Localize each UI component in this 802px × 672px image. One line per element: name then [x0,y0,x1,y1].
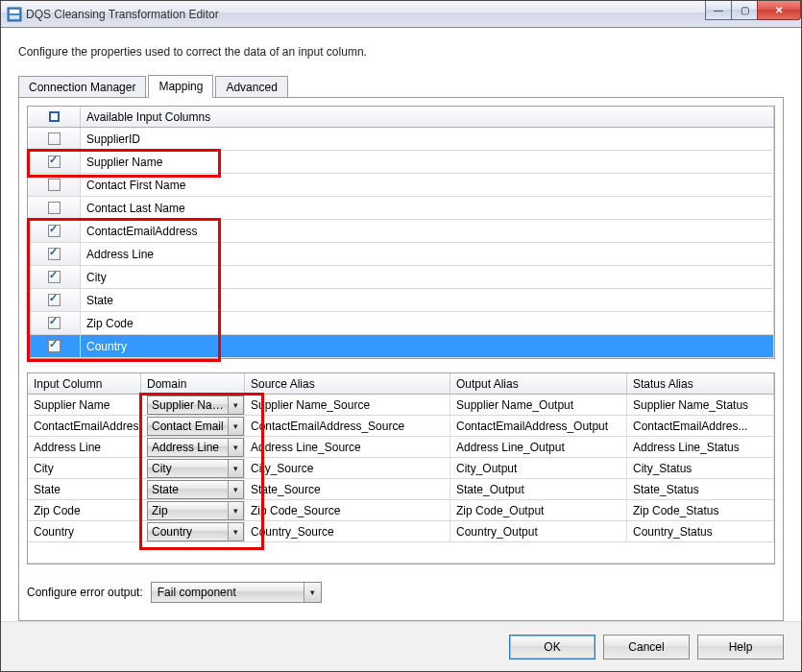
tab-mapping[interactable]: Mapping [148,75,213,98]
column-name: Address Line [81,243,774,265]
cancel-button[interactable]: Cancel [603,635,690,660]
header-available-columns[interactable]: Available Input Columns [81,107,774,127]
input-column-cell[interactable]: State [28,479,141,499]
status-alias-cell[interactable]: State_Status [627,479,774,499]
column-checkbox[interactable] [48,340,61,352]
input-column-cell[interactable]: City [28,458,141,478]
column-checkbox[interactable] [48,156,61,168]
domain-combo[interactable]: Country [147,522,244,541]
status-alias-cell[interactable]: Address Line_Status [627,437,774,457]
input-column-cell[interactable]: Address Line [28,437,141,457]
error-output-combo[interactable]: Fail component [151,582,322,603]
output-alias-cell[interactable]: Country_Output [450,521,627,541]
column-name: Supplier Name [81,151,774,173]
help-button[interactable]: Help [697,635,784,660]
header-output-alias[interactable]: Output Alias [450,373,627,394]
status-alias-cell[interactable]: Supplier Name_Status [627,395,774,415]
input-column-cell[interactable]: Supplier Name [28,395,141,415]
select-all-indicator[interactable] [49,111,60,122]
source-alias-cell[interactable]: Country_Source [245,521,450,541]
status-alias-cell[interactable]: City_Status [627,458,774,478]
domain-combo[interactable]: Supplier Name [147,396,244,415]
column-name: Country [81,335,774,357]
status-alias-cell[interactable]: ContactEmailAddres... [627,416,774,436]
output-alias-cell[interactable]: City_Output [450,458,627,478]
column-checkbox[interactable] [48,294,61,306]
domain-value: Country [148,525,228,539]
input-column-cell[interactable]: Zip Code [28,500,141,520]
column-row[interactable]: Country [28,335,774,358]
column-row[interactable]: State [28,289,774,312]
source-alias-cell[interactable]: State_Source [245,479,450,499]
minimize-button[interactable]: — [705,1,732,20]
ok-button[interactable]: OK [509,635,595,660]
checkbox-cell [28,312,81,334]
column-row[interactable]: Contact First Name [28,174,774,197]
domain-cell: City [141,458,245,478]
column-checkbox[interactable] [48,271,61,283]
window-controls: — ▢ ✕ [705,1,801,20]
source-alias-cell[interactable]: Supplier Name_Source [245,395,450,415]
column-row[interactable]: ContactEmailAddress [28,220,774,243]
column-checkbox[interactable] [48,202,61,214]
source-alias-cell[interactable]: City_Source [245,458,450,478]
checkbox-cell [28,243,81,265]
mapping-row: Zip CodeZipZip Code_SourceZip Code_Outpu… [28,500,774,521]
mapping-row: StateStateState_SourceState_OutputState_… [28,479,774,500]
column-row[interactable]: Address Line [28,243,774,266]
domain-cell: Zip [141,500,245,520]
source-alias-cell[interactable]: ContactEmailAddress_Source [245,416,450,436]
column-row[interactable]: Supplier Name [28,151,774,174]
column-checkbox[interactable] [48,225,61,237]
tab-panel-mapping: Available Input Columns SupplierIDSuppli… [18,97,784,621]
error-output-row: Configure error output: Fail component [27,564,775,603]
domain-value: Zip [148,504,228,517]
source-alias-cell[interactable]: Zip Code_Source [245,500,450,520]
header-input-column[interactable]: Input Column [28,373,141,394]
output-alias-cell[interactable]: Supplier Name_Output [450,395,627,415]
column-row[interactable]: Zip Code [28,312,774,335]
column-checkbox[interactable] [48,132,61,145]
close-button[interactable]: ✕ [757,1,801,20]
titlebar[interactable]: DQS Cleansing Transformation Editor — ▢ … [1,1,801,28]
svg-rect-1 [10,10,19,13]
source-alias-cell[interactable]: Address Line_Source [245,437,450,457]
chevron-down-icon [228,502,243,519]
checkbox-cell [28,335,81,357]
header-status-alias[interactable]: Status Alias [627,373,774,394]
output-alias-cell[interactable]: ContactEmailAddress_Output [450,416,627,436]
maximize-button[interactable]: ▢ [731,1,758,20]
domain-combo[interactable]: Contact Email [147,417,244,436]
domain-combo[interactable]: City [147,459,244,478]
domain-combo[interactable]: State [147,480,244,499]
column-checkbox[interactable] [48,179,61,191]
column-name: Zip Code [81,312,774,334]
chevron-down-icon [228,523,243,540]
chevron-down-icon [304,583,321,602]
status-alias-cell[interactable]: Zip Code_Status [627,500,774,520]
column-row[interactable]: City [28,266,774,289]
output-alias-cell[interactable]: State_Output [450,479,627,499]
chevron-down-icon [228,481,243,498]
tab-connection-manager[interactable]: Connection Manager [18,76,146,98]
grid-header: Available Input Columns [28,107,774,128]
column-checkbox[interactable] [48,248,61,260]
output-alias-cell[interactable]: Zip Code_Output [450,500,627,520]
header-domain[interactable]: Domain [141,373,245,394]
svg-rect-2 [10,15,19,19]
header-checkbox-cell[interactable] [28,107,81,127]
domain-cell: Address Line [141,437,245,457]
output-alias-cell[interactable]: Address Line_Output [450,437,627,457]
tab-advanced[interactable]: Advanced [215,76,287,98]
domain-combo[interactable]: Zip [147,501,244,520]
status-alias-cell[interactable]: Country_Status [627,521,774,541]
empty-row [28,542,774,564]
input-column-cell[interactable]: ContactEmailAddress [28,416,141,436]
column-checkbox[interactable] [48,317,61,329]
column-row[interactable]: SupplierID [28,128,774,151]
column-row[interactable]: Contact Last Name [28,197,774,220]
input-column-cell[interactable]: Country [28,521,141,541]
header-source-alias[interactable]: Source Alias [245,373,450,394]
domain-combo[interactable]: Address Line [147,438,244,457]
domain-value: State [148,483,228,496]
